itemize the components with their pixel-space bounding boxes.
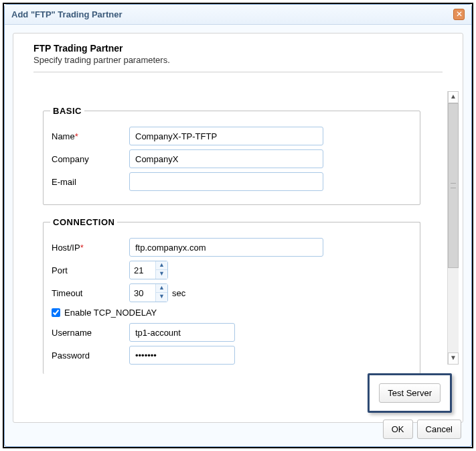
section-heading: FTP Trading Partner Specify trading part… [13, 34, 463, 68]
group-basic: BASIC Name* Company E-mail [43, 106, 420, 205]
username-label: Username [50, 328, 129, 338]
company-input[interactable] [129, 149, 323, 168]
email-input[interactable] [129, 172, 323, 191]
port-label: Port [50, 265, 129, 275]
scroll-area: BASIC Name* Company E-mail [13, 87, 463, 369]
dialog-window: Add "FTP" Trading Partner ✕ FTP Trading … [4, 4, 472, 447]
nodelay-checkbox[interactable] [52, 308, 60, 317]
scroll-down-icon[interactable]: ▼ [448, 352, 459, 365]
required-marker: * [75, 131, 78, 141]
timeout-input[interactable] [130, 285, 155, 301]
nodelay-label: Enable TCP_NODELAY [64, 308, 157, 318]
port-stepper[interactable]: ▲ ▼ [129, 261, 168, 279]
port-input[interactable] [130, 262, 155, 278]
scroll-thumb[interactable] [448, 103, 459, 268]
group-connection: CONNECTION Host/IP* Port [43, 217, 420, 374]
dialog-footer: OK Cancel [383, 420, 461, 439]
password-label: Password [50, 350, 129, 361]
name-input[interactable] [129, 127, 323, 145]
timeout-step-down-icon[interactable]: ▼ [156, 293, 167, 302]
company-label: Company [50, 154, 129, 164]
dialog-body: FTP Trading Partner Specify trading part… [13, 33, 463, 423]
close-icon[interactable]: ✕ [453, 9, 465, 20]
timeout-unit: sec [172, 288, 185, 298]
heading-subtitle: Specify trading partner parameters. [33, 55, 443, 65]
scroll-track[interactable] [448, 103, 459, 352]
dialog-header: Add "FTP" Trading Partner ✕ [5, 5, 471, 25]
heading-divider [33, 72, 443, 72]
host-label: Host/IP* [50, 243, 129, 253]
required-marker: * [80, 243, 84, 253]
timeout-label: Timeout [50, 288, 129, 298]
port-step-up-icon[interactable]: ▲ [156, 261, 167, 270]
vertical-scrollbar[interactable]: ▲ ▼ [447, 91, 459, 365]
test-server-highlight: Test Server [368, 373, 452, 413]
group-connection-legend: CONNECTION [50, 217, 117, 227]
scroll-up-icon[interactable]: ▲ [448, 91, 459, 103]
cancel-button[interactable]: Cancel [417, 420, 461, 439]
dialog-title: Add "FTP" Trading Partner [11, 9, 122, 19]
password-input[interactable] [129, 346, 235, 365]
email-label: E-mail [50, 177, 129, 187]
timeout-stepper[interactable]: ▲ ▼ [129, 283, 168, 302]
host-input[interactable] [129, 238, 323, 257]
username-input[interactable] [129, 323, 235, 342]
timeout-step-up-icon[interactable]: ▲ [156, 284, 167, 293]
ok-button[interactable]: OK [383, 420, 413, 439]
port-step-down-icon[interactable]: ▼ [156, 270, 167, 279]
test-server-button[interactable]: Test Server [379, 383, 441, 403]
group-basic-legend: BASIC [50, 106, 84, 116]
name-label: Name* [50, 131, 129, 141]
heading-title: FTP Trading Partner [33, 43, 443, 54]
